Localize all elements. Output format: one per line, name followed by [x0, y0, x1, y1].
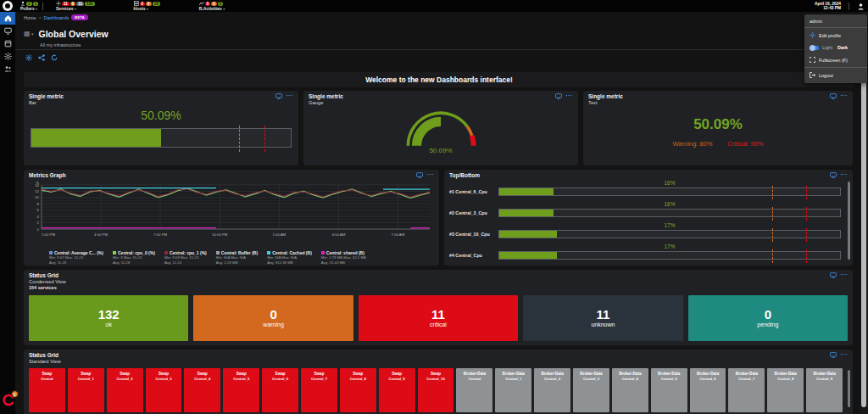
topbar-menu-b-activities[interactable]: 000B.Activities ▾ — [199, 0, 225, 12]
edit-profile-menu-item[interactable]: Edit profile — [804, 29, 867, 42]
widget-scrollbar[interactable] — [848, 182, 850, 260]
sidebar-item-home[interactable] — [0, 12, 15, 25]
menu-divider — [804, 27, 867, 28]
breadcrumb-home-link[interactable]: Home — [24, 15, 36, 20]
sidebar-item-reporting[interactable] — [0, 37, 15, 50]
widget-display-icon[interactable] — [830, 352, 837, 358]
legend-entry[interactable]: Central: cpu_1 (%)Min: 9.69 Max: 15.23Av… — [164, 250, 207, 265]
metric-value: 50.09% — [303, 147, 578, 154]
status-tile-pending[interactable]: 0pending — [688, 295, 848, 341]
widget-display-icon[interactable] — [830, 172, 837, 178]
theme-toggle-item[interactable]: Light Dark — [804, 42, 867, 53]
centreon-notification-logo[interactable]: 1 — [2, 390, 20, 409]
service-tile[interactable]: Broker-DataCentral_3 — [573, 368, 609, 412]
svg-text:%: % — [36, 182, 39, 185]
fullscreen-menu-item[interactable]: Fullscreen (F) — [804, 53, 867, 66]
status-count: 132 — [98, 308, 120, 322]
breadcrumb-dashboards-link[interactable]: Dashboards — [44, 15, 70, 20]
widget-more-menu[interactable]: ··· — [841, 93, 849, 98]
service-tile[interactable]: Broker-DataCentral_2 — [534, 368, 570, 412]
host-name: Central_9 — [806, 377, 843, 381]
service-tile[interactable]: Broker-DataCentral_6 — [690, 368, 726, 412]
status-tile-ok[interactable]: 132ok — [29, 295, 188, 341]
legend-avg: Avg: 11.28 — [49, 260, 103, 266]
widget-display-icon[interactable] — [830, 272, 837, 278]
service-tile[interactable]: SwapCentral_2 — [107, 368, 143, 412]
host-name: Central_5 — [223, 377, 259, 381]
status-tile-warning[interactable]: 0warning — [193, 295, 353, 341]
theme-toggle[interactable] — [810, 46, 819, 50]
service-tile[interactable]: Broker-DataCentral_7 — [728, 368, 765, 412]
widget-display-icon[interactable] — [830, 93, 837, 99]
page-scrollbar-thumb[interactable] — [861, 42, 866, 407]
sidebar-item-administration[interactable] — [0, 63, 15, 76]
sidebar-item-monitoring[interactable] — [0, 25, 15, 37]
widget-scrollbar[interactable] — [848, 370, 850, 407]
service-tile[interactable]: SwapCentral — [29, 368, 65, 412]
warning-threshold-line — [772, 228, 773, 242]
legend-entry[interactable]: Central: shared (B)Min: 2.79 MB Max: 32.… — [321, 250, 366, 265]
status-badge-critical: 0 — [205, 2, 211, 6]
widget-more-menu[interactable]: ··· — [427, 172, 435, 177]
host-name: Central_7 — [728, 377, 765, 381]
host-name: Central_9 — [379, 377, 415, 381]
service-tile[interactable]: SwapCentral_10 — [418, 368, 454, 412]
widget-title: Status Grid — [29, 272, 66, 279]
legend-entry[interactable]: Central: Buffer (B)Min: N/A Max: N/AAvg:… — [216, 250, 258, 265]
widget-more-menu[interactable]: ··· — [841, 172, 849, 177]
legend-entry[interactable]: Central: Cached (B)Min: N/A Max: N/AAvg:… — [267, 250, 312, 265]
service-tile[interactable]: Broker-DataCentral_1 — [495, 368, 531, 412]
widget-display-icon[interactable] — [555, 93, 562, 99]
user-dropdown-username: admin — [804, 16, 867, 26]
widget-more-menu[interactable]: ··· — [841, 272, 849, 277]
widget-more-menu[interactable]: ··· — [841, 352, 849, 357]
widget-single-metric-text: Single metric Text ··· 50.09% Warning: 8… — [583, 91, 853, 165]
service-tile[interactable]: SwapCentral_9 — [379, 368, 415, 412]
topbar-menu-pollers[interactable]: 11Pollers ▾ — [20, 0, 38, 12]
service-tile[interactable]: SwapCentral_6 — [262, 368, 298, 412]
gear-icon — [25, 54, 32, 61]
service-tile[interactable]: SwapCentral_4 — [184, 368, 220, 412]
welcome-banner: Welcome to the new Dashboards interface! — [24, 72, 854, 87]
topbar-menu-hosts[interactable]: 0016Hosts ▾ — [134, 0, 160, 12]
legend-color-swatch — [164, 251, 168, 255]
status-tile-critical[interactable]: 11critical — [359, 295, 518, 341]
legend-entry[interactable]: Central: cpu_0 (%)Min: 9 Max: 15.23Avg: … — [113, 250, 155, 265]
gauge-chart — [303, 108, 578, 148]
centreon-logo-icon[interactable] — [3, 1, 13, 11]
logout-menu-item[interactable]: Logout — [804, 69, 867, 81]
topbar-menu-services[interactable]: 11011132Services ▾ — [56, 0, 95, 12]
service-tile[interactable]: SwapCentral_5 — [223, 368, 259, 412]
widget-more-menu[interactable]: ··· — [566, 93, 574, 98]
status-tile-unknown[interactable]: 11unknown — [523, 295, 682, 341]
status-badge-critical: 11 — [62, 2, 70, 6]
status-tiles: 132ok0warning11critical11unknown0pending — [29, 295, 848, 341]
refresh-dashboard-button[interactable] — [50, 53, 58, 61]
dashboard-picker-button[interactable]: ▦ ▾ — [24, 31, 33, 37]
share-dashboard-button[interactable] — [37, 53, 45, 61]
edit-dashboard-button[interactable] — [25, 53, 32, 61]
widget-display-icon[interactable] — [275, 93, 282, 99]
status-badge-warning: 0 — [211, 2, 217, 6]
fullscreen-label: Fullscreen (F) — [819, 58, 848, 63]
service-tile[interactable]: SwapCentral_3 — [146, 368, 182, 412]
host-name: Central_10 — [418, 377, 454, 381]
service-tile[interactable]: Broker-DataCentral_5 — [651, 368, 687, 412]
home-icon — [4, 14, 12, 22]
service-tile[interactable]: SwapCentral_7 — [301, 368, 337, 412]
main-content: Home > Dashboards BETA ▦ ▾ Global Overvi… — [15, 12, 868, 414]
legend-entry[interactable]: Central: Average C... (%)Min: 9.67 Max: … — [49, 250, 103, 265]
status-label: pending — [757, 322, 778, 328]
service-tile[interactable]: SwapCentral_1 — [68, 368, 104, 412]
notification-count-badge: 1 — [11, 390, 19, 398]
widget-display-icon[interactable] — [416, 172, 423, 178]
sidebar-item-configuration[interactable] — [0, 50, 15, 63]
legend-min-max: Min: 2.79 MB Max: 32.5 MB — [321, 255, 366, 260]
service-tile[interactable]: Broker-DataCentral_9 — [806, 368, 843, 412]
theme-dark-label: Dark — [837, 45, 848, 50]
widget-more-menu[interactable]: ··· — [287, 93, 294, 98]
service-tile[interactable]: Broker-DataCentral — [456, 368, 492, 412]
service-tile[interactable]: Broker-DataCentral_4 — [612, 368, 648, 412]
service-tile[interactable]: Broker-DataCentral_8 — [767, 368, 804, 412]
service-tile[interactable]: SwapCentral_8 — [340, 368, 376, 412]
